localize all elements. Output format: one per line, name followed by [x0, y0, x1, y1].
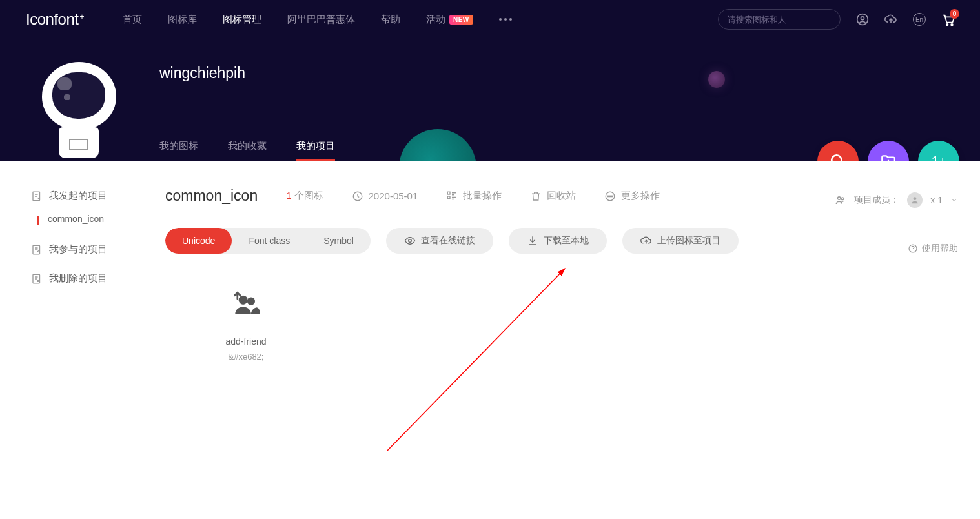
upload-label: 上传图标至项目 — [657, 235, 720, 247]
members-label: 项目成员： — [854, 194, 899, 206]
svg-point-6 — [832, 155, 841, 161]
trash-action[interactable]: 回收站 — [530, 190, 576, 202]
sidebar: 我发起的项目 common_icon 我参与的项目 我删除的项目 — [0, 161, 143, 519]
language-icon[interactable]: En — [913, 13, 926, 26]
side-initiated[interactable]: 我发起的项目 — [31, 190, 143, 202]
fab-add-folder[interactable] — [868, 141, 909, 161]
tab-my-projects[interactable]: 我的项目 — [296, 140, 335, 161]
nav-library[interactable]: 图标库 — [168, 14, 197, 26]
user-avatar — [34, 58, 124, 161]
document-edit-icon — [31, 190, 43, 202]
cloud-upload-icon[interactable] — [884, 13, 897, 26]
svg-point-23 — [239, 296, 248, 305]
icon-count-num: 1 — [286, 190, 291, 201]
nav-font[interactable]: 阿里巴巴普惠体 — [287, 14, 355, 26]
document-delete-icon — [31, 273, 43, 285]
download-label: 下载至本地 — [544, 235, 589, 247]
project-date: 2020-05-01 — [352, 190, 418, 202]
project-members[interactable]: 项目成员： x 1 — [835, 192, 958, 208]
download-icon — [527, 235, 538, 247]
svg-point-18 — [838, 197, 841, 200]
svg-point-4 — [946, 24, 948, 26]
header-right: En 0 — [718, 9, 954, 30]
nav-activity-label: 活动 — [426, 14, 445, 26]
search-input[interactable] — [728, 15, 836, 25]
fab-search[interactable] — [817, 141, 859, 161]
user-banner: wingchiehpih 我的图标 我的收藏 我的项目 1↓ — [0, 39, 980, 161]
content-area: 我发起的项目 common_icon 我参与的项目 我删除的项目 common_… — [0, 161, 980, 519]
side-initiated-label: 我发起的项目 — [49, 190, 107, 202]
logo[interactable]: Iconfont+ — [26, 10, 84, 28]
sub-tabs: 我的图标 我的收藏 我的项目 — [159, 140, 335, 161]
icon-name: add-friend — [204, 336, 288, 347]
new-badge: NEW — [449, 15, 473, 25]
seg-unicode[interactable]: Unicode — [165, 228, 232, 254]
svg-point-20 — [914, 197, 917, 200]
tab-my-collection[interactable]: 我的收藏 — [228, 140, 267, 161]
side-participated[interactable]: 我参与的项目 — [31, 243, 143, 256]
member-avatar — [907, 192, 923, 208]
nav-manage[interactable]: 图标管理 — [223, 14, 261, 26]
upload-button[interactable]: 上传图标至项目 — [622, 228, 739, 254]
trash-label: 回收站 — [547, 190, 576, 202]
svg-point-15 — [608, 196, 609, 197]
side-deleted[interactable]: 我删除的项目 — [31, 272, 143, 285]
decoration-planet-teal — [399, 129, 476, 161]
person-icon — [910, 196, 919, 205]
user-icon[interactable] — [856, 13, 869, 26]
nav-activity[interactable]: 活动 NEW — [426, 14, 473, 26]
document-share-icon — [31, 244, 43, 256]
batch-action[interactable]: 批量操作 — [446, 190, 502, 202]
help-label: 使用帮助 — [922, 243, 958, 254]
add-friend-icon — [204, 291, 288, 317]
username: wingchiehpih — [159, 65, 335, 82]
search-icon — [830, 153, 846, 161]
cart-icon[interactable]: 0 — [941, 13, 954, 26]
decoration-planet-purple — [708, 71, 725, 88]
help-button[interactable]: 使用帮助 — [908, 243, 958, 254]
user-area: wingchiehpih 我的图标 我的收藏 我的项目 — [159, 58, 335, 161]
members-count: x 1 — [930, 195, 943, 205]
icon-cell-add-friend[interactable]: add-friend &#xe682; — [204, 291, 288, 361]
cart-badge: 0 — [950, 9, 959, 19]
logo-plus-icon: + — [79, 12, 84, 21]
folder-add-icon — [880, 153, 897, 161]
format-segment: Unicode Font class Symbol — [165, 228, 371, 254]
view-link-label: 查看在线链接 — [421, 235, 475, 247]
more-icon — [604, 190, 616, 202]
top-header: Iconfont+ 首页 图标库 图标管理 阿里巴巴普惠体 帮助 活动 NEW … — [0, 0, 980, 39]
icon-count-label: 个图标 — [294, 190, 323, 201]
project-date-value: 2020-05-01 — [369, 190, 418, 201]
clock-icon — [352, 190, 363, 202]
svg-point-19 — [841, 198, 844, 200]
more-action[interactable]: 更多操作 — [604, 190, 660, 202]
eye-icon — [404, 235, 416, 247]
seg-fontclass[interactable]: Font class — [232, 228, 307, 254]
toolbar-row: Unicode Font class Symbol 查看在线链接 下载至本地 上… — [165, 228, 958, 254]
svg-point-3 — [861, 17, 864, 20]
svg-point-17 — [612, 196, 613, 197]
side-participated-label: 我参与的项目 — [49, 243, 107, 256]
view-link-button[interactable]: 查看在线链接 — [386, 228, 493, 254]
help-icon — [908, 243, 918, 254]
nav-more-icon[interactable] — [499, 18, 512, 21]
icon-count: 1个图标 — [286, 190, 323, 202]
fab-sort[interactable]: 1↓ — [918, 141, 959, 161]
batch-label: 批量操作 — [463, 190, 502, 202]
nav-help[interactable]: 帮助 — [381, 14, 400, 26]
seg-symbol[interactable]: Symbol — [307, 228, 371, 254]
svg-point-24 — [247, 297, 255, 305]
side-project-common-icon[interactable]: common_icon — [31, 214, 143, 224]
svg-rect-13 — [448, 196, 451, 199]
batch-icon — [446, 190, 458, 202]
fab-row: 1↓ — [817, 141, 959, 161]
trash-icon — [530, 190, 542, 202]
svg-point-5 — [951, 24, 953, 26]
nav-home[interactable]: 首页 — [123, 14, 142, 26]
download-button[interactable]: 下载至本地 — [509, 228, 607, 254]
top-nav: 首页 图标库 图标管理 阿里巴巴普惠体 帮助 活动 NEW — [123, 14, 718, 26]
icon-grid: add-friend &#xe682; — [165, 291, 958, 361]
tab-my-icons[interactable]: 我的图标 — [159, 140, 198, 161]
search-box[interactable] — [718, 9, 841, 30]
svg-rect-12 — [448, 192, 451, 194]
